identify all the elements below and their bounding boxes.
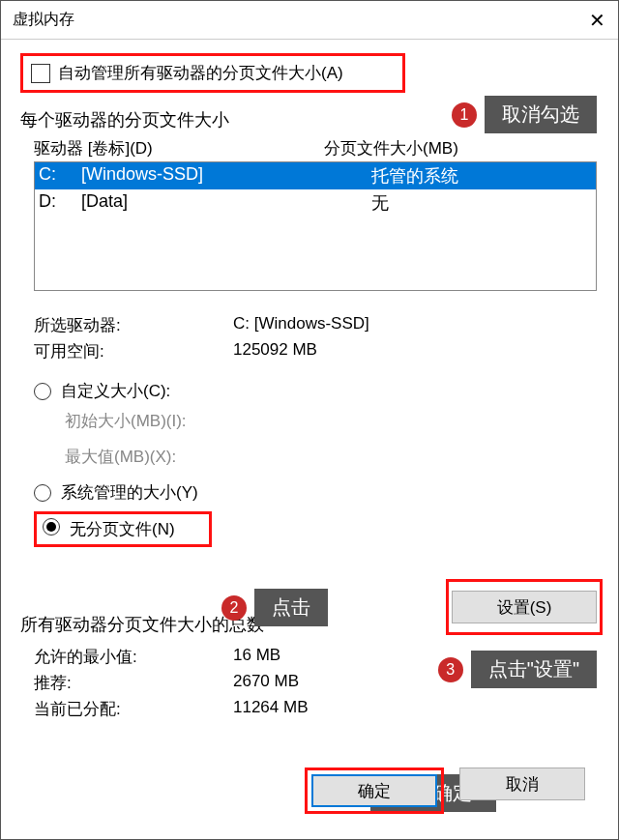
drive-row[interactable]: C: [Windows-SSD] 托管的系统: [35, 162, 596, 189]
radio-icon[interactable]: [34, 484, 51, 502]
cancel-button[interactable]: 取消: [459, 768, 585, 800]
close-icon[interactable]: ✕: [575, 1, 618, 40]
radio-custom-size[interactable]: 自定义大小(C):: [34, 380, 599, 402]
radio-icon[interactable]: [43, 518, 60, 536]
window-title: 虚拟内存: [13, 10, 74, 30]
initial-size-label: 初始大小(MB)(I):: [65, 410, 231, 432]
ok-button[interactable]: 确定: [311, 774, 437, 807]
cur-label: 当前已分配:: [34, 698, 233, 720]
max-size-label: 最大值(MB)(X):: [65, 446, 231, 468]
drive-header-col2: 分页文件大小(MB): [324, 137, 458, 159]
callout-1: 1 取消勾选: [452, 96, 597, 133]
drive-list[interactable]: C: [Windows-SSD] 托管的系统 D: [Data] 无: [34, 161, 597, 291]
set-button[interactable]: 设置(S): [452, 591, 597, 623]
drive-row[interactable]: D: [Data] 无: [35, 189, 596, 217]
callout-3: 3 点击"设置": [438, 651, 597, 688]
rec-value: 2670 MB: [233, 672, 299, 694]
cur-value: 11264 MB: [233, 698, 309, 720]
radio-system-managed[interactable]: 系统管理的大小(Y): [34, 481, 599, 504]
checkbox-icon[interactable]: [31, 64, 50, 83]
radio-icon[interactable]: [34, 383, 51, 400]
rec-label: 推荐:: [34, 672, 233, 694]
callout-2: 2 点击: [221, 589, 328, 626]
min-value: 16 MB: [233, 646, 280, 668]
auto-manage-checkbox-row[interactable]: 自动管理所有驱动器的分页文件大小(A): [20, 53, 405, 93]
min-label: 允许的最小值:: [34, 646, 233, 668]
selected-drive-value: C: [Windows-SSD]: [233, 314, 369, 336]
drive-header: 驱动器 [卷标](D) 分页文件大小(MB): [34, 137, 599, 159]
drive-header-col1: 驱动器 [卷标](D): [34, 137, 324, 159]
selected-drive-label: 所选驱动器:: [34, 314, 233, 336]
free-space-value: 125092 MB: [233, 340, 317, 362]
titlebar: 虚拟内存 ✕: [1, 1, 618, 40]
radio-no-paging[interactable]: 无分页文件(N): [34, 511, 212, 547]
free-space-label: 可用空间:: [34, 340, 233, 362]
auto-manage-label: 自动管理所有驱动器的分页文件大小(A): [58, 62, 343, 84]
